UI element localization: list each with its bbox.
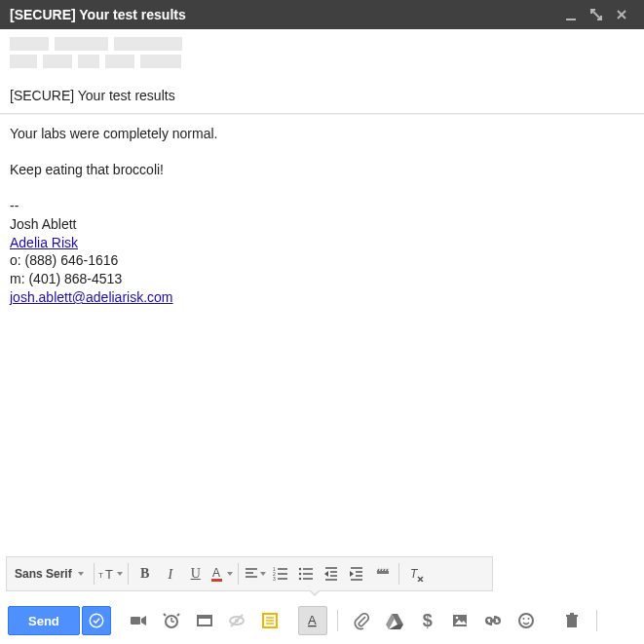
chevron-down-icon — [227, 572, 233, 576]
emoji-icon[interactable] — [511, 606, 541, 635]
svg-rect-37 — [131, 617, 140, 625]
secure-send-button[interactable] — [82, 606, 111, 635]
svg-point-62 — [522, 618, 524, 620]
svg-point-19 — [299, 578, 301, 580]
toolbar-caret-icon — [309, 590, 321, 596]
svg-text:A: A — [212, 566, 220, 580]
money-icon[interactable]: $ — [413, 606, 442, 635]
separator — [94, 563, 95, 585]
svg-marker-27 — [324, 571, 328, 577]
drive-icon[interactable] — [380, 606, 409, 635]
close-button[interactable] — [609, 0, 634, 29]
sig-email-link[interactable]: josh.ablett@adeliarisk.com — [10, 289, 173, 305]
underline-button[interactable]: U — [183, 560, 208, 587]
text-color-button[interactable]: A — [208, 560, 234, 587]
send-button[interactable]: Send — [8, 606, 80, 635]
card-icon[interactable] — [190, 606, 219, 635]
separator — [128, 563, 129, 585]
confidential-icon[interactable] — [223, 606, 252, 635]
svg-rect-65 — [566, 615, 578, 617]
remove-formatting-button[interactable]: T — [403, 560, 429, 587]
separator — [337, 610, 338, 631]
sig-mobile-phone: m: (401) 868-4513 — [10, 270, 634, 288]
svg-point-18 — [299, 573, 301, 575]
chevron-down-icon — [78, 572, 84, 576]
separator — [398, 563, 399, 585]
trash-icon[interactable] — [558, 606, 587, 635]
svg-text:T: T — [98, 571, 103, 580]
svg-point-63 — [527, 618, 529, 620]
compose-window: [SECURE] Your test results [SECURE] Your… — [0, 0, 644, 644]
sig-company-link[interactable]: Adelia Risk — [10, 235, 78, 250]
body-line: Your labs were completely normal. — [10, 125, 634, 143]
svg-text:T: T — [410, 567, 419, 581]
chevron-down-icon — [117, 572, 123, 576]
attach-icon[interactable] — [348, 606, 377, 635]
action-toolbar: Send A $ — [0, 597, 644, 644]
maximize-button[interactable] — [584, 0, 609, 29]
svg-rect-7 — [211, 579, 222, 582]
svg-point-57 — [456, 617, 459, 620]
separator — [238, 563, 239, 585]
font-size-button[interactable]: TT — [98, 560, 124, 587]
quote-button[interactable]: ❝❝ — [369, 560, 395, 587]
svg-text:3: 3 — [273, 576, 276, 582]
snooze-icon[interactable] — [157, 606, 186, 635]
subject-field[interactable]: [SECURE] Your test results — [10, 88, 634, 103]
svg-rect-64 — [567, 617, 577, 627]
svg-marker-32 — [350, 571, 354, 577]
bullet-list-button[interactable] — [293, 560, 319, 587]
sig-dashes: -- — [10, 197, 634, 215]
svg-point-36 — [90, 614, 103, 627]
formatting-toggle-button[interactable]: A — [298, 606, 327, 635]
svg-marker-38 — [141, 616, 146, 625]
svg-rect-43 — [198, 616, 211, 619]
message-body[interactable]: Your labs were completely normal. Keep e… — [0, 114, 644, 556]
title-bar: [SECURE] Your test results — [0, 0, 644, 29]
header-fields: [SECURE] Your test results — [0, 29, 644, 114]
recipients-redacted[interactable] — [10, 37, 634, 51]
svg-text:T: T — [105, 567, 113, 582]
photo-icon[interactable] — [446, 606, 475, 635]
body-line: Keep eating that broccoli! — [10, 161, 634, 179]
svg-point-17 — [299, 568, 301, 570]
svg-point-61 — [519, 614, 533, 627]
text-block-icon[interactable] — [255, 606, 284, 635]
bold-button[interactable]: B — [133, 560, 158, 587]
numbered-list-button[interactable]: 123 — [268, 560, 293, 587]
italic-button[interactable]: I — [158, 560, 183, 587]
separator — [596, 610, 597, 631]
sig-name: Josh Ablett — [10, 215, 634, 234]
indent-more-button[interactable] — [344, 560, 369, 587]
font-family-label: Sans Serif — [15, 567, 72, 581]
formatting-toolbar: Sans Serif TT B I U A 123 — [6, 556, 493, 591]
video-icon[interactable] — [124, 606, 153, 635]
indent-less-button[interactable] — [319, 560, 344, 587]
signature: -- Josh Ablett Adelia Risk o: (888) 646-… — [10, 197, 634, 307]
recipients-redacted-2[interactable] — [10, 55, 634, 68]
chevron-down-icon — [260, 572, 266, 576]
sig-office-phone: o: (888) 646-1616 — [10, 251, 634, 270]
svg-text:A: A — [308, 613, 317, 627]
font-family-picker[interactable]: Sans Serif — [11, 560, 90, 587]
link-icon[interactable] — [478, 606, 508, 635]
more-options-button[interactable] — [607, 606, 636, 635]
window-title: [SECURE] Your test results — [10, 7, 558, 22]
svg-rect-66 — [570, 613, 574, 615]
align-button[interactable] — [243, 560, 268, 587]
svg-line-1 — [592, 11, 600, 19]
minimize-button[interactable] — [558, 0, 584, 29]
